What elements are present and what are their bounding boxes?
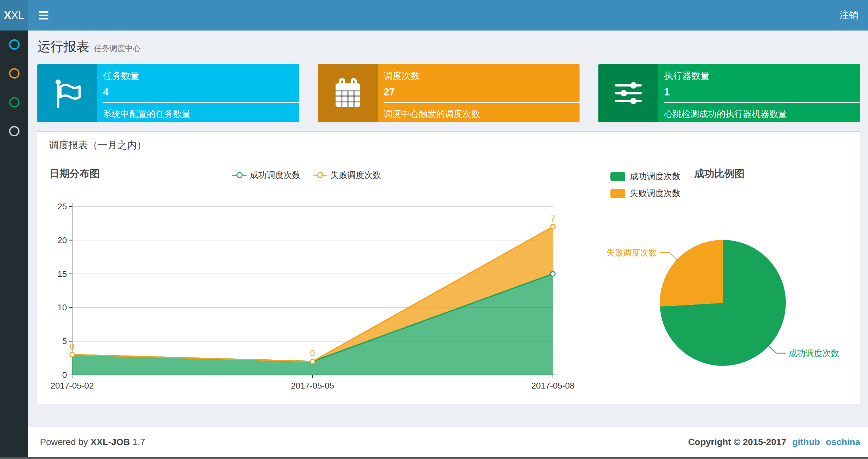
logo-bold: X <box>4 9 11 22</box>
oschina-link[interactable]: oschina <box>826 437 860 447</box>
page-footer: Powered by XXL-JOB 1.7 Copyright © 2015-… <box>28 427 868 457</box>
stat-divider <box>664 102 860 103</box>
sliders-icon <box>598 64 658 122</box>
powered-by-text: Powered by XXL-JOB 1.7 <box>40 437 145 447</box>
stat-box-row: 任务数量 4 系统中配置的任务数量 <box>37 64 860 122</box>
sidebar-toggle-icon[interactable] <box>38 9 49 22</box>
stat-label: 执行器数量 <box>664 70 860 82</box>
report-panel-title: 调度报表（一月之内） <box>37 132 860 158</box>
product-version: 1.7 <box>132 437 145 447</box>
stat-label: 任务数量 <box>103 70 299 82</box>
sidebar <box>0 31 28 457</box>
svg-text:7: 7 <box>551 214 555 223</box>
page-subtitle: 任务调度中心 <box>94 43 141 54</box>
bottom-strip <box>0 457 868 459</box>
stat-description: 系统中配置的任务数量 <box>103 108 299 120</box>
flag-icon <box>37 64 97 122</box>
svg-text:2017-05-02: 2017-05-02 <box>51 381 94 391</box>
svg-text:15: 15 <box>58 269 67 279</box>
sidebar-item-logs-icon[interactable] <box>9 97 20 107</box>
product-name: XXL-JOB <box>91 437 130 447</box>
navbar-main: 注销 <box>28 0 868 31</box>
stat-label: 调度次数 <box>384 70 580 82</box>
stat-divider <box>384 102 580 103</box>
success-ratio-pie: 成功调度次数失败调度次数 <box>577 158 858 404</box>
github-link[interactable]: github <box>792 437 820 447</box>
stat-box-triggers: 调度次数 27 调度中心触发的调度次数 <box>318 64 580 122</box>
logo-rest: XL <box>11 9 24 22</box>
svg-text:0: 0 <box>62 370 67 380</box>
stat-description: 调度中心触发的调度次数 <box>384 108 580 120</box>
report-panel: 调度报表（一月之内） 日期分布图 成功调度次数 失败调度次数 <box>37 131 860 404</box>
svg-text:失败调度次数: 失败调度次数 <box>607 248 657 257</box>
copyright-text: Copyright © 2015-2017 <box>688 437 786 447</box>
calendar-icon <box>318 64 378 122</box>
svg-text:2017-05-08: 2017-05-08 <box>531 381 575 391</box>
stat-divider <box>103 102 299 103</box>
svg-text:25: 25 <box>58 202 67 211</box>
svg-text:10: 10 <box>58 302 67 312</box>
sidebar-item-report-icon[interactable] <box>9 39 20 50</box>
app-window: XXL 注销 运行报表 任务调度中心 <box>0 0 868 459</box>
stat-box-triggers-text: 调度次数 27 调度中心触发的调度次数 <box>378 64 580 122</box>
stat-box-jobs-text: 任务数量 4 系统中配置的任务数量 <box>97 64 299 122</box>
svg-text:成功调度次数: 成功调度次数 <box>788 348 839 358</box>
top-navbar: XXL 注销 <box>0 0 868 31</box>
stat-box-jobs: 任务数量 4 系统中配置的任务数量 <box>37 64 299 122</box>
logout-link[interactable]: 注销 <box>839 9 858 22</box>
report-panel-body: 日期分布图 成功调度次数 失败调度次数 05101520252017-05-02… <box>37 158 860 404</box>
footer-right: Copyright © 2015-2017 github oschina <box>688 437 860 447</box>
page-title: 运行报表 <box>37 38 89 56</box>
main-content: 运行报表 任务调度中心 任务数量 4 系统中配置的任务数量 <box>28 31 868 457</box>
date-distribution-chart-area: 日期分布图 成功调度次数 失败调度次数 05101520252017-05-02… <box>37 158 577 404</box>
success-ratio-chart-area: 成功调度次数 失败调度次数 成功比例图 成功调度次数失败调度次数 <box>577 158 860 404</box>
page-header: 运行报表 任务调度中心 <box>37 38 860 59</box>
svg-text:2017-05-05: 2017-05-05 <box>291 381 334 391</box>
app-logo[interactable]: XXL <box>0 0 28 31</box>
sidebar-item-executors-icon[interactable] <box>9 126 20 136</box>
stat-value: 4 <box>103 86 299 98</box>
svg-text:0: 0 <box>70 342 74 352</box>
stat-box-executors: 执行器数量 1 心跳检测成功的执行器机器数量 <box>598 64 860 122</box>
svg-text:0: 0 <box>310 348 315 358</box>
svg-text:20: 20 <box>58 235 67 245</box>
stat-description: 心跳检测成功的执行器机器数量 <box>664 108 860 120</box>
stat-value: 27 <box>384 86 580 98</box>
svg-text:5: 5 <box>62 336 67 346</box>
stat-value: 1 <box>664 86 860 98</box>
stat-box-executors-text: 执行器数量 1 心跳检测成功的执行器机器数量 <box>658 64 860 122</box>
sidebar-item-jobs-icon[interactable] <box>9 68 20 78</box>
date-distribution-chart: 05101520252017-05-022017-05-052017-05-08… <box>37 158 577 404</box>
